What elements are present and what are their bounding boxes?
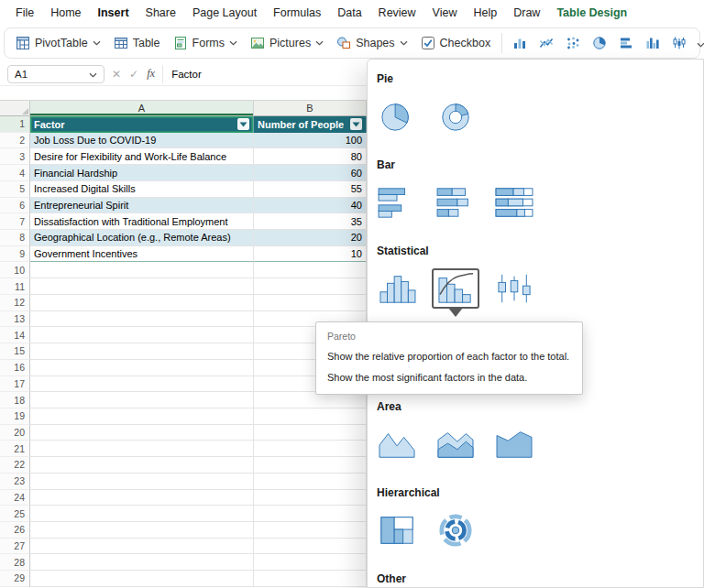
cell-A13[interactable]: [30, 311, 254, 328]
cell-B8[interactable]: 20: [254, 230, 367, 246]
cell-B19[interactable]: [254, 408, 367, 425]
row-number-16[interactable]: 16: [0, 360, 30, 376]
insert-function-icon[interactable]: fx: [147, 67, 155, 81]
pareto-chart-icon[interactable]: [432, 268, 479, 309]
ribbon-forms-button[interactable]: Forms: [168, 32, 243, 54]
row-number-9[interactable]: 9: [0, 246, 30, 263]
row-number-12[interactable]: 12: [0, 295, 30, 311]
menu-tab-table-design[interactable]: Table Design: [548, 4, 635, 22]
row-number-1[interactable]: 1: [0, 116, 30, 133]
cell-A18[interactable]: [30, 392, 254, 408]
menu-tab-data[interactable]: Data: [329, 4, 369, 22]
cell-A11[interactable]: [30, 278, 254, 295]
row-number-28[interactable]: 28: [0, 554, 30, 571]
row-number-17[interactable]: 17: [0, 376, 30, 393]
cell-B5[interactable]: 55: [254, 181, 367, 198]
row-number-15[interactable]: 15: [0, 343, 30, 360]
cell-A1[interactable]: Factor: [30, 116, 254, 133]
menu-tab-formulas[interactable]: Formulas: [265, 4, 329, 22]
area-chart-icon[interactable]: [373, 424, 421, 464]
cell-B11[interactable]: [254, 278, 367, 295]
filter-button[interactable]: [237, 118, 249, 130]
name-box[interactable]: A1: [7, 65, 104, 83]
cell-B29[interactable]: [254, 571, 367, 587]
menu-tab-view[interactable]: View: [424, 4, 466, 22]
cell-A3[interactable]: Desire for Flexibility and Work-Life Bal…: [30, 148, 254, 165]
ribbon-line-chart-button[interactable]: [534, 32, 558, 54]
ribbon-stock-chart-button[interactable]: [667, 32, 691, 54]
cell-B10[interactable]: [254, 262, 367, 278]
cell-A27[interactable]: [30, 539, 254, 555]
cell-A23[interactable]: [30, 474, 254, 490]
ribbon-pie-chart-button[interactable]: [588, 32, 611, 54]
stacked-area-chart-icon[interactable]: [432, 424, 479, 464]
row-number-6[interactable]: 6: [0, 198, 30, 214]
menu-tab-help[interactable]: Help: [465, 4, 505, 22]
cell-B4[interactable]: 60: [254, 165, 367, 181]
cell-A20[interactable]: [30, 425, 254, 441]
sunburst-chart-icon[interactable]: [432, 510, 479, 550]
row-number-5[interactable]: 5: [0, 181, 30, 198]
cell-B25[interactable]: [254, 506, 367, 522]
row-number-19[interactable]: 19: [0, 408, 30, 425]
stacked-bar-100-chart-icon[interactable]: [490, 182, 538, 223]
cell-A24[interactable]: [30, 490, 254, 506]
cell-B20[interactable]: [254, 425, 367, 441]
histogram-chart-icon[interactable]: [373, 268, 421, 309]
cell-A4[interactable]: Financial Hardship: [30, 165, 254, 181]
row-number-22[interactable]: 22: [0, 457, 30, 474]
cell-B23[interactable]: [254, 474, 367, 490]
cell-B24[interactable]: [254, 490, 367, 506]
row-number-29[interactable]: 29: [0, 571, 30, 587]
cell-A7[interactable]: Dissatisfaction with Traditional Employm…: [30, 213, 254, 230]
cell-A6[interactable]: Entrepreneurial Spirit: [30, 198, 254, 214]
row-number-10[interactable]: 10: [0, 262, 30, 278]
column-header-B[interactable]: B: [254, 101, 367, 116]
ribbon-bar-chart-button[interactable]: [614, 32, 638, 54]
cell-A8[interactable]: Geographical Location (e.g., Remote Area…: [30, 230, 254, 246]
ribbon-scatter-chart-button[interactable]: [561, 32, 585, 54]
filter-button[interactable]: [350, 118, 362, 130]
cell-B1[interactable]: Number of People: [254, 116, 367, 133]
cell-B2[interactable]: 100: [254, 133, 367, 149]
stacked-bar-chart-icon[interactable]: [432, 182, 479, 223]
cell-B26[interactable]: [254, 522, 367, 539]
cell-A12[interactable]: [30, 295, 254, 311]
row-number-8[interactable]: 8: [0, 230, 30, 246]
box-whisker-chart-icon[interactable]: [490, 268, 538, 309]
pie-chart-icon[interactable]: [373, 96, 421, 136]
cell-B21[interactable]: [254, 441, 367, 457]
ribbon-column-chart-button[interactable]: [508, 32, 532, 54]
cell-B27[interactable]: [254, 539, 367, 555]
ribbon-pivottable-button[interactable]: PivotTable: [10, 32, 106, 54]
row-number-21[interactable]: 21: [0, 441, 30, 457]
cell-A2[interactable]: Job Loss Due to COVID-19: [30, 133, 254, 149]
cell-B28[interactable]: [254, 554, 367, 571]
cell-A14[interactable]: [30, 327, 254, 343]
cell-A29[interactable]: [30, 571, 254, 587]
cell-B12[interactable]: [254, 295, 367, 311]
row-number-14[interactable]: 14: [0, 327, 30, 343]
row-number-20[interactable]: 20: [0, 425, 30, 441]
cell-A25[interactable]: [30, 506, 254, 522]
cancel-icon[interactable]: ✕: [112, 68, 121, 81]
menu-tab-insert[interactable]: Insert: [90, 4, 138, 22]
cell-B22[interactable]: [254, 457, 367, 474]
row-number-11[interactable]: 11: [0, 278, 30, 295]
ribbon-pictures-button[interactable]: Pictures: [245, 32, 329, 54]
row-number-27[interactable]: 27: [0, 539, 30, 555]
row-number-25[interactable]: 25: [0, 506, 30, 522]
treemap-chart-icon[interactable]: [373, 510, 421, 550]
ribbon-table-button[interactable]: Table: [108, 32, 166, 54]
cell-B7[interactable]: 35: [254, 213, 367, 230]
menu-tab-draw[interactable]: Draw: [505, 4, 548, 22]
cell-A21[interactable]: [30, 441, 254, 457]
row-number-7[interactable]: 7: [0, 213, 30, 230]
cell-A10[interactable]: [30, 262, 254, 278]
select-all-corner[interactable]: [0, 101, 30, 116]
ribbon-column-chart-alt-button[interactable]: [641, 32, 665, 54]
cell-A5[interactable]: Increased Digital Skills: [30, 181, 254, 198]
column-header-A[interactable]: A: [30, 101, 254, 116]
ribbon-checkbox-button[interactable]: Checkbox: [415, 32, 497, 54]
cell-B9[interactable]: 10: [254, 246, 367, 263]
